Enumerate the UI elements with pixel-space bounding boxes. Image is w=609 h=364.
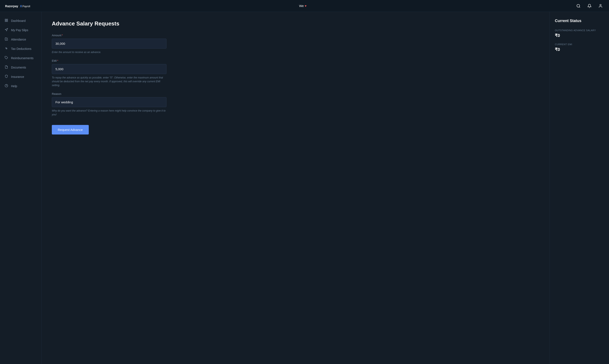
sidebar-item-insurance[interactable]: Insurance bbox=[0, 72, 41, 81]
current-status-title: Current Status bbox=[555, 19, 604, 23]
sidebar-label-reimbursements: Reimbursements bbox=[11, 56, 34, 60]
page-title: Advance Salary Requests bbox=[52, 20, 539, 27]
reimbursements-icon bbox=[4, 56, 9, 60]
sidebar-item-documents[interactable]: Documents bbox=[0, 63, 41, 72]
amount-hint: Enter the amount to receive as an advanc… bbox=[52, 50, 166, 54]
emi-label: EMI* bbox=[52, 59, 166, 62]
emi-input[interactable] bbox=[52, 64, 166, 74]
user-button[interactable] bbox=[597, 2, 604, 9]
pay-slips-icon bbox=[4, 28, 9, 32]
documents-icon bbox=[4, 65, 9, 70]
user-icon bbox=[598, 4, 603, 8]
outstanding-salary-value: ₹0 bbox=[555, 33, 604, 38]
sidebar-item-reimbursements[interactable]: Reimbursements bbox=[0, 53, 41, 63]
attendance-icon bbox=[4, 37, 9, 42]
emi-hint: To repay the advance as quickly as possi… bbox=[52, 76, 166, 87]
tax-deductions-icon bbox=[4, 47, 9, 51]
main-layout: Dashboard My Pay Slips Attendance Tax De… bbox=[0, 12, 609, 364]
topnav-actions bbox=[575, 2, 604, 9]
logo-area: Razorpay X Payroll bbox=[5, 3, 31, 9]
sidebar-label-dashboard: Dashboard bbox=[11, 19, 26, 23]
svg-text:Razorpay: Razorpay bbox=[5, 5, 18, 8]
amount-group: Amount* Enter the amount to receive as a… bbox=[52, 34, 166, 54]
outstanding-salary-label: OUTSTANDING ADVANCE SALARY bbox=[555, 29, 604, 32]
bell-icon bbox=[587, 4, 592, 8]
sidebar-label-help: Help bbox=[11, 84, 17, 88]
heart-icon: ♥ bbox=[305, 4, 307, 8]
insurance-icon bbox=[4, 75, 9, 79]
current-emi-label: CURRENT EMI bbox=[555, 43, 604, 46]
razorpay-logo: Razorpay X Payroll bbox=[5, 3, 31, 9]
outstanding-salary-item: OUTSTANDING ADVANCE SALARY ₹0 bbox=[555, 29, 604, 38]
svg-line-4 bbox=[579, 7, 580, 7]
sidebar-label-insurance: Insurance bbox=[11, 75, 24, 78]
reason-label: Reason bbox=[52, 92, 166, 95]
svg-rect-7 bbox=[7, 19, 8, 20]
sidebar-item-pay-slips[interactable]: My Pay Slips bbox=[0, 26, 41, 35]
amount-input[interactable] bbox=[52, 39, 166, 49]
search-button[interactable] bbox=[575, 2, 582, 9]
svg-rect-6 bbox=[5, 19, 6, 20]
sidebar: Dashboard My Pay Slips Attendance Tax De… bbox=[0, 12, 42, 364]
company-name: We bbox=[299, 4, 304, 8]
reason-hint: Why do you want the advance? Entering a … bbox=[52, 109, 166, 117]
company-selector[interactable]: We ♥ bbox=[299, 4, 306, 8]
svg-point-3 bbox=[577, 4, 580, 7]
dashboard-icon bbox=[4, 19, 9, 23]
sidebar-item-dashboard[interactable]: Dashboard bbox=[0, 16, 41, 26]
sidebar-label-attendance: Attendance bbox=[11, 38, 26, 41]
emi-group: EMI* To repay the advance as quickly as … bbox=[52, 59, 166, 87]
reason-input[interactable] bbox=[52, 97, 166, 107]
topnav: Razorpay X Payroll We ♥ bbox=[0, 0, 609, 12]
right-panel: Current Status OUTSTANDING ADVANCE SALAR… bbox=[550, 12, 609, 364]
help-icon bbox=[4, 84, 9, 88]
svg-marker-10 bbox=[5, 28, 8, 31]
notification-button[interactable] bbox=[586, 2, 593, 9]
current-emi-value: ₹0 bbox=[555, 47, 604, 52]
amount-label: Amount* bbox=[52, 34, 166, 37]
search-icon bbox=[576, 4, 581, 8]
sidebar-label-pay-slips: My Pay Slips bbox=[11, 28, 28, 32]
current-emi-item: CURRENT EMI ₹0 bbox=[555, 43, 604, 52]
svg-rect-8 bbox=[7, 21, 8, 22]
reason-group: Reason Why do you want the advance? Ente… bbox=[52, 92, 166, 117]
sidebar-item-tax-deductions[interactable]: Tax Deductions bbox=[0, 44, 41, 53]
sidebar-label-tax-deductions: Tax Deductions bbox=[11, 47, 31, 51]
content-area: Advance Salary Requests Amount* Enter th… bbox=[42, 12, 550, 364]
svg-text:Payroll: Payroll bbox=[22, 5, 30, 8]
svg-text:X: X bbox=[20, 5, 22, 8]
svg-rect-9 bbox=[5, 21, 6, 22]
svg-point-5 bbox=[600, 4, 601, 6]
sidebar-item-attendance[interactable]: Attendance bbox=[0, 35, 41, 44]
sidebar-label-documents: Documents bbox=[11, 66, 26, 69]
request-advance-button[interactable]: Request Advance bbox=[52, 125, 89, 134]
sidebar-item-help[interactable]: Help bbox=[0, 81, 41, 91]
